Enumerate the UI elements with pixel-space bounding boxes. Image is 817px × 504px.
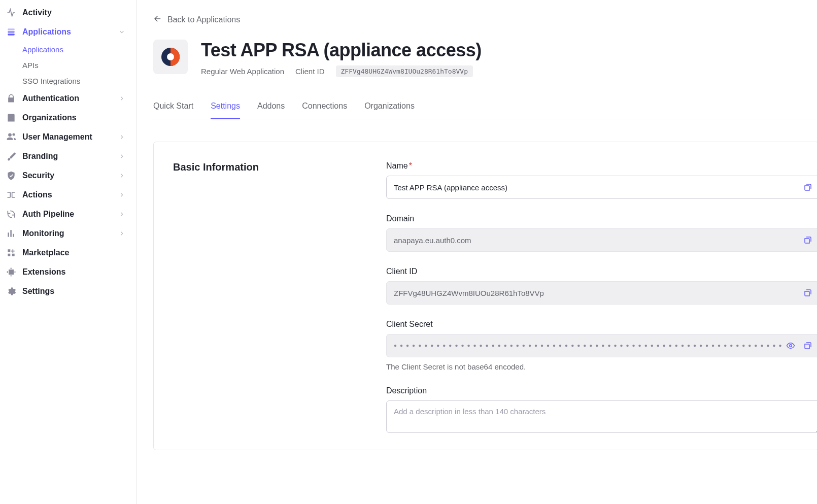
chevron-right-icon — [118, 133, 125, 141]
applications-icon — [6, 27, 16, 37]
sidebar-item-label: Auth Pipeline — [22, 210, 74, 219]
domain-value: anapaya.eu.auth0.com — [394, 236, 802, 245]
copy-domain-button[interactable] — [802, 234, 813, 246]
shield-icon — [6, 171, 16, 181]
back-to-applications-link[interactable]: Back to Applications — [153, 11, 240, 40]
sidebar-item-label: Monitoring — [22, 229, 64, 238]
client-secret-helper: The Client Secret is not base64 encoded. — [386, 362, 817, 371]
sidebar-item-security[interactable]: Security — [0, 166, 137, 185]
sidebar-item-branding[interactable]: Branding — [0, 147, 137, 166]
sidebar-item-label: Marketplace — [22, 248, 70, 257]
client-secret-masked: ●●●●●●●●●●●●●●●●●●●●●●●●●●●●●●●●●●●●●●●●… — [394, 343, 785, 348]
sidebar-item-label: Branding — [22, 152, 58, 161]
required-marker: * — [409, 161, 412, 170]
client-id-field-label: Client ID — [386, 267, 817, 276]
reveal-secret-button[interactable] — [785, 340, 796, 351]
tab-settings[interactable]: Settings — [211, 102, 240, 119]
field-client-id: Client ID ZFFVg48UHGZ4Wvm8IUOu28R61hTo8V… — [386, 267, 817, 305]
app-header: Test APP RSA (appliance access) Regular … — [153, 40, 817, 77]
chevron-right-icon — [118, 191, 125, 198]
chevron-right-icon — [118, 153, 125, 160]
description-label: Description — [386, 386, 817, 395]
name-label: Name* — [386, 161, 817, 171]
sidebar-item-organizations[interactable]: Organizations — [0, 108, 137, 127]
chevron-right-icon — [118, 230, 125, 237]
name-input-wrap — [386, 176, 817, 199]
sidebar: ActivityApplicationsApplicationsAPIsSSO … — [0, 0, 137, 504]
tab-addons[interactable]: Addons — [257, 102, 285, 119]
app-logo — [153, 40, 188, 74]
sidebar-item-auth-pipeline[interactable]: Auth Pipeline — [0, 205, 137, 224]
tab-organizations[interactable]: Organizations — [364, 102, 415, 119]
flow-icon — [6, 190, 16, 200]
brush-icon — [6, 151, 16, 161]
client-secret-label: Client Secret — [386, 320, 817, 329]
copy-name-button[interactable] — [802, 182, 813, 193]
main-content: Back to Applications Test APP RSA (appli… — [137, 0, 817, 504]
client-id-label: Client ID — [295, 67, 325, 76]
chevron-right-icon — [118, 95, 125, 102]
domain-input-wrap: anapaya.eu.auth0.com — [386, 228, 817, 252]
client-id-value: ZFFVg48UHGZ4Wvm8IUOu28R61hTo8VVp — [394, 289, 802, 297]
copy-client-id-button[interactable] — [802, 287, 813, 298]
sidebar-item-label: Extensions — [22, 267, 65, 277]
sidebar-item-label: Activity — [22, 8, 52, 17]
users-icon — [6, 132, 16, 142]
sidebar-item-applications[interactable]: Applications — [0, 22, 137, 42]
chevron-down-icon — [118, 28, 125, 36]
backlink-label: Back to Applications — [167, 15, 240, 24]
app-logo-icon — [160, 47, 181, 67]
activity-icon — [6, 8, 16, 18]
grid-plus-icon — [6, 248, 16, 258]
client-id-input-wrap: ZFFVg48UHGZ4Wvm8IUOu28R61hTo8VVp — [386, 281, 817, 305]
sidebar-item-label: Authentication — [22, 94, 79, 103]
basic-information-panel: Basic Information Name* Domain — [153, 142, 817, 450]
tab-connections[interactable]: Connections — [302, 102, 347, 119]
field-name: Name* — [386, 161, 817, 199]
field-client-secret: Client Secret ●●●●●●●●●●●●●●●●●●●●●●●●●●… — [386, 320, 817, 371]
sidebar-subitem-apis[interactable]: APIs — [22, 57, 137, 73]
chevron-right-icon — [118, 211, 125, 218]
chevron-right-icon — [118, 172, 125, 179]
building-icon — [6, 113, 16, 123]
sidebar-item-user-management[interactable]: User Management — [0, 127, 137, 147]
sidebar-item-label: Organizations — [22, 113, 77, 122]
lock-icon — [6, 93, 16, 104]
client-id-chip[interactable]: ZFFVg48UHGZ4Wvm8IUOu28R61hTo8VVp — [336, 65, 473, 77]
field-description: Description — [386, 386, 817, 434]
description-textarea[interactable] — [386, 400, 817, 433]
sidebar-item-activity[interactable]: Activity — [0, 3, 137, 22]
chip-icon — [6, 267, 16, 277]
sidebar-item-label: Actions — [22, 190, 52, 199]
client-secret-input-wrap: ●●●●●●●●●●●●●●●●●●●●●●●●●●●●●●●●●●●●●●●●… — [386, 334, 817, 357]
panel-heading: Basic Information — [173, 161, 356, 173]
tab-quick-start[interactable]: Quick Start — [153, 102, 193, 119]
sidebar-item-authentication[interactable]: Authentication — [0, 89, 137, 108]
sidebar-item-label: User Management — [22, 132, 92, 142]
name-input[interactable] — [394, 183, 802, 192]
sidebar-subitem-sso-integrations[interactable]: SSO Integrations — [22, 73, 137, 89]
pipeline-icon — [6, 209, 16, 219]
sidebar-item-extensions[interactable]: Extensions — [0, 262, 137, 282]
bars-icon — [6, 228, 16, 239]
sidebar-item-label: Applications — [22, 27, 71, 37]
domain-label: Domain — [386, 214, 817, 223]
sidebar-item-label: Settings — [22, 287, 54, 296]
sidebar-item-settings[interactable]: Settings — [0, 282, 137, 301]
sidebar-item-actions[interactable]: Actions — [0, 185, 137, 205]
svg-point-5 — [167, 53, 174, 60]
sidebar-item-marketplace[interactable]: Marketplace — [0, 243, 137, 262]
sidebar-subitem-applications[interactable]: Applications — [22, 42, 137, 57]
tab-bar: Quick StartSettingsAddonsConnectionsOrga… — [153, 102, 817, 119]
field-domain: Domain anapaya.eu.auth0.com — [386, 214, 817, 252]
app-type-label: Regular Web Application — [201, 67, 284, 76]
copy-secret-button[interactable] — [802, 340, 813, 351]
gear-icon — [6, 286, 16, 296]
sidebar-item-monitoring[interactable]: Monitoring — [0, 224, 137, 243]
sidebar-item-label: Security — [22, 171, 54, 180]
app-title: Test APP RSA (appliance access) — [201, 40, 482, 60]
arrow-left-icon — [153, 14, 162, 25]
